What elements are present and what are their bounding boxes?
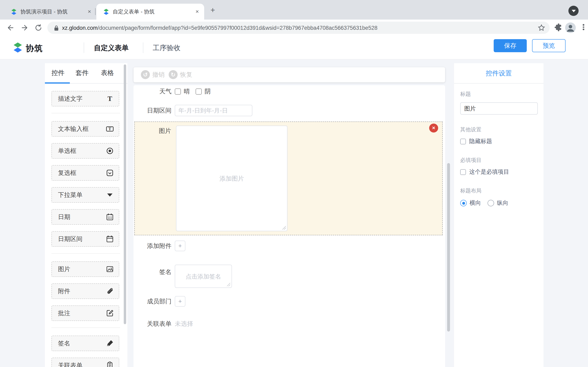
member-department-field[interactable]: 成员部门 + — [134, 296, 185, 307]
linked-form-field[interactable]: 关联表单 未选择 — [134, 320, 193, 328]
sidebar-item-text[interactable]: 描述文字T — [52, 91, 119, 106]
sidebar-item-label: 日期区间 — [58, 235, 106, 243]
tab-close-icon[interactable]: × — [194, 8, 201, 15]
tab-separator — [95, 8, 95, 15]
image-icon — [106, 265, 114, 273]
tab-title: 自定义表单 - 协筑 — [113, 8, 194, 15]
attachment-icon — [106, 287, 114, 295]
linked-form-icon — [106, 361, 114, 367]
redo-button[interactable]: ↻ 恢复 — [169, 70, 192, 79]
app-header: 协筑 自定义表单 工序验收 保存 预览 — [0, 36, 588, 59]
preview-button[interactable]: 预览 — [532, 39, 566, 52]
sidebar-item-attachment[interactable]: 附件 — [52, 284, 119, 299]
sidebar-item-date-range[interactable]: 日期区间 — [52, 231, 119, 247]
new-tab-button[interactable]: + — [208, 5, 218, 15]
canvas-scrollbar[interactable] — [447, 163, 450, 332]
hide-title-option[interactable]: 隐藏标题 — [460, 138, 538, 145]
other-section-label: 其他设置 — [460, 126, 538, 133]
signature-field[interactable]: 签名 点击添加签名 — [134, 265, 232, 288]
resize-handle[interactable] — [282, 225, 286, 230]
address-bar[interactable]: xz.glodon.com /document/page/form/formde… — [47, 22, 550, 34]
title-input[interactable]: 图片 — [460, 102, 538, 115]
undo-button[interactable]: ↺ 撤销 — [141, 70, 164, 79]
screen: 协筑演示项目 - 协筑 × 自定义表单 - 协筑 × + xz.glo — [0, 0, 588, 367]
browser-tab-active[interactable]: 自定义表单 - 协筑 × — [96, 4, 204, 20]
add-attachment-button[interactable]: + — [175, 241, 185, 251]
back-button[interactable] — [6, 23, 16, 33]
sidebar-item-checkbox[interactable]: 复选框 — [52, 165, 119, 181]
field-label: 签名 — [134, 268, 172, 276]
delete-field-button[interactable]: × — [429, 124, 438, 133]
dropdown-icon — [106, 191, 114, 199]
url-host: xz.glodon.com — [62, 25, 98, 31]
image-field-selected[interactable]: 图片 添加图片 × — [134, 122, 443, 235]
sidebar-item-label: 下拉菜单 — [58, 191, 106, 199]
tab-tables[interactable]: 表格 — [101, 69, 114, 77]
field-label: 添加附件 — [134, 242, 172, 250]
site-favicon — [103, 8, 109, 15]
browser-profile-avatar[interactable] — [565, 22, 576, 33]
extensions-icon[interactable] — [554, 23, 563, 32]
sidebar-item-label: 文本输入框 — [58, 125, 106, 133]
browser-menu-icon[interactable] — [583, 23, 584, 32]
tab-close-icon[interactable]: × — [86, 8, 93, 15]
weather-checkbox[interactable] — [196, 88, 202, 94]
url-path: /document/page/form/formdef/app?id=5e9fe… — [98, 25, 537, 31]
sidebar-item-date[interactable]: 日期 — [52, 209, 119, 225]
sidebar-item-image[interactable]: 图片 — [52, 261, 119, 277]
hide-title-checkbox[interactable] — [460, 139, 466, 144]
form-name: 工序验收 — [153, 43, 181, 53]
add-member-button[interactable]: + — [175, 296, 185, 307]
add-image-box[interactable]: 添加图片 — [176, 125, 287, 231]
browser-tab-inactive[interactable]: 协筑演示项目 - 协筑 × — [4, 4, 96, 20]
weather-checkbox[interactable] — [175, 88, 181, 94]
signature-placeholder: 点击添加签名 — [175, 273, 232, 281]
radio-icon — [106, 147, 114, 155]
layout-horizontal-radio[interactable] — [460, 200, 467, 206]
sidebar-item-label: 日期 — [58, 213, 106, 221]
sidebar-scrollbar[interactable] — [124, 64, 126, 324]
required-checkbox[interactable] — [460, 169, 466, 175]
signature-box[interactable]: 点击添加签名 — [175, 265, 232, 288]
sidebar-group-separator — [52, 327, 120, 328]
sidebar-item-input[interactable]: 文本输入框T — [52, 121, 119, 137]
sidebar-item-radio[interactable]: 单选框 — [52, 143, 119, 159]
save-button[interactable]: 保存 — [494, 39, 527, 52]
tab-title: 协筑演示项目 - 协筑 — [20, 8, 86, 15]
sidebar-item-label: 描述文字 — [58, 95, 106, 103]
chevron-down-icon — [571, 10, 576, 12]
layout-vertical-radio[interactable] — [488, 200, 494, 206]
reload-button[interactable] — [34, 23, 43, 33]
header-divider — [84, 42, 84, 53]
brand-name[interactable]: 协筑 — [26, 43, 43, 54]
title-section-label: 标题 — [460, 91, 538, 98]
tab-kits[interactable]: 套件 — [76, 69, 89, 77]
sidebar-item-annotation[interactable]: 批注 — [52, 305, 119, 321]
forward-button[interactable] — [20, 23, 29, 33]
bookmark-star-icon[interactable] — [537, 24, 545, 32]
field-label: 天气 — [134, 87, 172, 95]
browser-toolbar: xz.glodon.com /document/page/form/formde… — [0, 20, 588, 36]
undo-icon: ↺ — [141, 70, 150, 79]
tab-search-button[interactable] — [568, 6, 579, 16]
header-divider — [143, 42, 143, 53]
field-label: 日期区间 — [134, 107, 172, 114]
sidebar-item-label: 单选框 — [58, 147, 106, 155]
required-option[interactable]: 这个是必填项目 — [460, 168, 538, 176]
attachment-field[interactable]: 添加附件 + — [134, 241, 185, 251]
settings-panel-title: 控件设置 — [454, 63, 544, 83]
weather-field[interactable]: 天气 晴阴 — [134, 87, 216, 96]
sidebar-group-separator — [52, 253, 120, 254]
sidebar-item-label: 签名 — [58, 340, 106, 347]
sidebar-item-signature[interactable]: 签名 — [52, 336, 119, 351]
form-canvas: 天气 晴阴 日期区间 年-月-日到年-月-日 图片 添加图片 × 添加附件 + … — [134, 85, 445, 367]
date-range-field[interactable]: 日期区间 年-月-日到年-月-日 — [134, 105, 252, 116]
linked-form-value: 未选择 — [175, 320, 193, 328]
sidebar-item-dropdown[interactable]: 下拉菜单 — [52, 187, 119, 203]
resize-handle[interactable] — [226, 282, 230, 286]
date-range-input[interactable]: 年-月-日到年-月-日 — [175, 105, 252, 116]
active-tab-underline — [45, 82, 70, 83]
tab-controls[interactable]: 控件 — [52, 69, 65, 77]
sidebar-item-linked-form[interactable]: 关联表单 — [52, 358, 119, 367]
settings-panel: 控件设置 标题 图片 其他设置 隐藏标题 必填项目 这个是必填项目 标题布局 横… — [454, 63, 544, 367]
